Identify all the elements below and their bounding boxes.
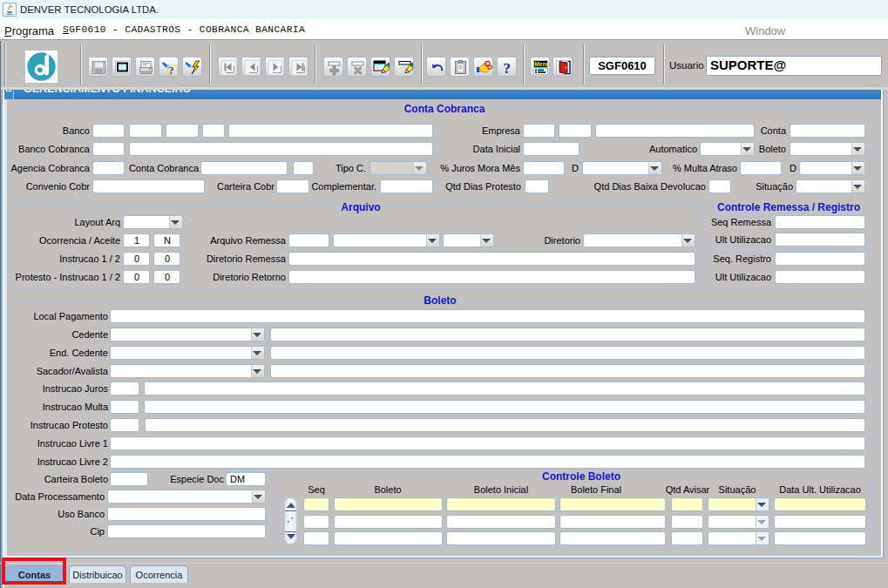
- svg-text:?: ?: [504, 60, 512, 77]
- svg-text:Menu: Menu: [534, 61, 549, 67]
- svg-text:?: ?: [169, 64, 174, 77]
